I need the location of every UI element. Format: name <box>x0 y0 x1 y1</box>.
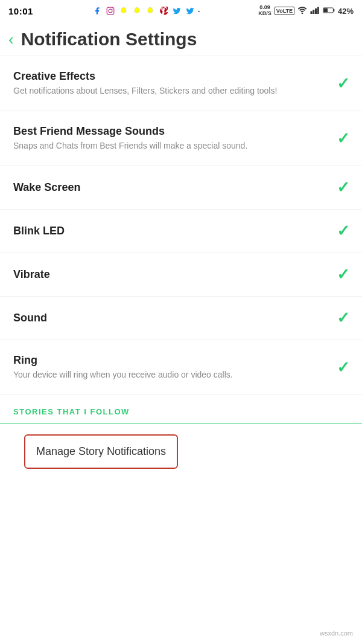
setting-item-vibrate[interactable]: Vibrate✓ <box>0 253 362 297</box>
signal-icon <box>310 7 320 16</box>
battery-icon <box>323 7 335 16</box>
setting-item-wake-screen[interactable]: Wake Screen✓ <box>0 166 362 210</box>
setting-text-sound: Sound <box>13 311 325 325</box>
snapchat2-icon <box>132 5 142 16</box>
svg-rect-0 <box>107 7 114 14</box>
setting-item-creative-effects[interactable]: Creative EffectsGet notifications about … <box>0 56 362 111</box>
svg-rect-3 <box>310 11 312 14</box>
network-speed: 0.09 KB/S <box>258 5 272 17</box>
setting-text-ring: RingYour device will ring when you recei… <box>13 353 325 381</box>
instagram-icon <box>105 5 116 16</box>
setting-text-wake-screen: Wake Screen <box>13 181 325 195</box>
checkmark-creative-effects: ✓ <box>337 76 350 91</box>
watermark: wsxdn.com <box>317 628 356 638</box>
setting-title-best-friend-message-sounds: Best Friend Message Sounds <box>13 124 325 138</box>
setting-desc-ring: Your device will ring when you receive a… <box>13 369 325 381</box>
page-title: Notification Settings <box>21 29 197 50</box>
setting-title-sound: Sound <box>13 311 325 325</box>
twitter2-icon <box>185 5 195 16</box>
setting-item-best-friend-message-sounds[interactable]: Best Friend Message SoundsSnaps and Chat… <box>0 111 362 166</box>
volte-badge: VoLTE <box>275 7 294 15</box>
separator-dot: • <box>198 8 200 14</box>
snapchat-icon <box>118 5 129 16</box>
setting-text-vibrate: Vibrate <box>13 268 325 282</box>
status-time: 10:01 <box>8 6 33 16</box>
setting-item-sound[interactable]: Sound✓ <box>0 297 362 340</box>
status-bar: 10:01 • <box>0 0 362 22</box>
page-header: ‹ Notification Settings <box>0 22 362 56</box>
facebook-icon <box>92 5 103 16</box>
checkmark-blink-led: ✓ <box>337 223 350 239</box>
settings-content: Creative EffectsGet notifications about … <box>0 56 362 493</box>
svg-rect-4 <box>313 10 314 14</box>
stories-section-header: STORIES THAT I FOLLOW <box>0 395 362 423</box>
wifi-icon <box>297 7 307 16</box>
setting-text-best-friend-message-sounds: Best Friend Message SoundsSnaps and Chat… <box>13 124 325 152</box>
setting-title-ring: Ring <box>13 353 325 367</box>
checkmark-wake-screen: ✓ <box>337 179 350 195</box>
svg-rect-6 <box>317 7 319 13</box>
twitter-icon <box>171 5 182 16</box>
setting-text-creative-effects: Creative EffectsGet notifications about … <box>13 69 325 97</box>
social-icons: • <box>92 5 200 16</box>
setting-desc-creative-effects: Get notifications about Lenses, Filters,… <box>13 85 325 97</box>
checkmark-vibrate: ✓ <box>337 266 350 282</box>
pinterest-icon <box>158 5 169 16</box>
setting-title-blink-led: Blink LED <box>13 224 325 238</box>
svg-rect-5 <box>315 8 317 14</box>
setting-title-creative-effects: Creative Effects <box>13 69 325 83</box>
battery-percentage: 42% <box>338 7 354 16</box>
setting-title-wake-screen: Wake Screen <box>13 181 325 195</box>
setting-item-blink-led[interactable]: Blink LED✓ <box>0 210 362 253</box>
stories-section-label: STORIES THAT I FOLLOW <box>13 407 130 416</box>
snapchat3-icon <box>145 5 156 16</box>
manage-story-btn-label: Manage Story Notifications <box>36 445 166 457</box>
setting-title-vibrate: Vibrate <box>13 268 325 282</box>
checkmark-sound: ✓ <box>337 310 350 326</box>
status-right: 0.09 KB/S VoLTE 42% <box>258 5 354 17</box>
svg-rect-8 <box>333 9 334 11</box>
checkmark-ring: ✓ <box>337 359 350 375</box>
svg-point-1 <box>109 9 112 13</box>
svg-rect-9 <box>323 8 328 12</box>
back-button[interactable]: ‹ <box>8 31 14 47</box>
setting-item-ring[interactable]: RingYour device will ring when you recei… <box>0 340 362 395</box>
setting-desc-best-friend-message-sounds: Snaps and Chats from Best Friends will m… <box>13 140 325 152</box>
manage-story-notifications-button[interactable]: Manage Story Notifications <box>24 434 178 469</box>
svg-point-2 <box>112 8 113 9</box>
setting-text-blink-led: Blink LED <box>13 224 325 238</box>
checkmark-best-friend-message-sounds: ✓ <box>337 130 350 146</box>
